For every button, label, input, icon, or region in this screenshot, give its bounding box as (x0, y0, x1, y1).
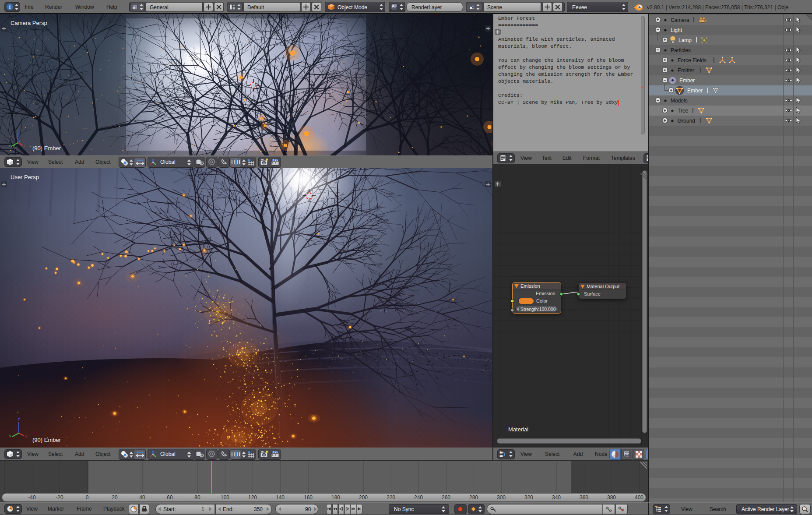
svg-text:z: z (17, 128, 19, 132)
svg-text:x: x (24, 144, 25, 147)
svg-text:y: y (9, 143, 11, 147)
svg-text:z: z (18, 417, 20, 421)
svg-text:y: y (9, 434, 11, 437)
svg-text:x: x (25, 434, 28, 437)
